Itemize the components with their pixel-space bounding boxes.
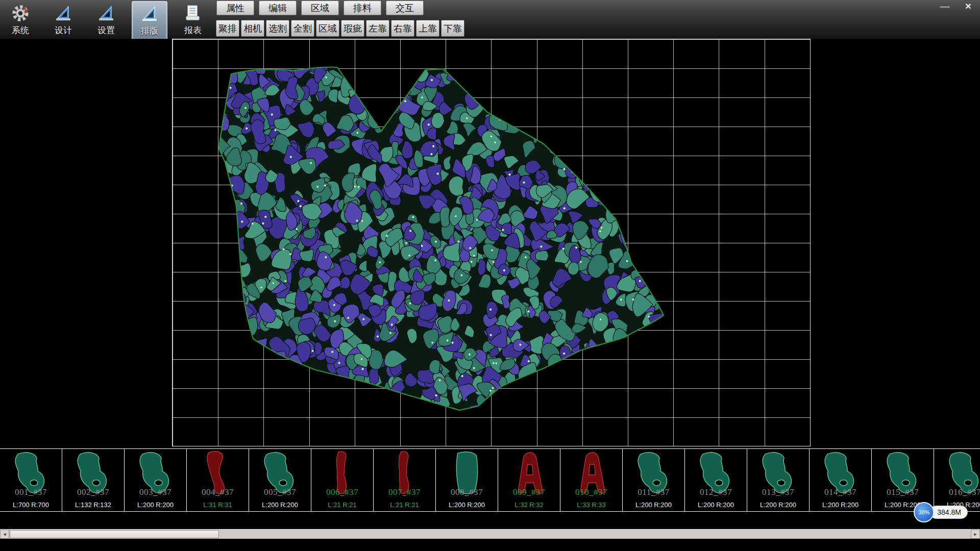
tool-button[interactable]: 相机: [241, 20, 264, 37]
memory-pill: 384.8M: [929, 506, 968, 519]
usage-percent-badge: 38%: [914, 502, 934, 522]
piece-lr-label: L:700 R:700: [0, 501, 62, 509]
menu-tabs: 属性 编辑 区域 排料 交互: [216, 1, 424, 15]
tool-button[interactable]: 上靠: [416, 20, 439, 37]
piece-thumbnail[interactable]: 004_#37 L:31 R:31: [187, 449, 249, 511]
app-label: 设计: [55, 24, 72, 36]
minimize-button[interactable]: —: [937, 0, 952, 12]
piece-thumbnail[interactable]: 006_#37 L:21 R:21: [311, 449, 374, 511]
piece-lr-label: L:200 R:200: [747, 501, 809, 509]
piece-thumbnail[interactable]: 014_#37 L:200 R:200: [810, 449, 872, 511]
piece-name: 008_#37: [436, 487, 498, 497]
nesting-canvas[interactable]: [0, 39, 980, 448]
piece-thumbnail[interactable]: 013_#37 L:200 R:200: [747, 449, 810, 511]
memory-status: 38% 384.8M: [914, 502, 968, 522]
design-icon: [54, 3, 73, 24]
piece-name: 001_#37: [0, 487, 62, 497]
close-button[interactable]: ×: [961, 0, 976, 12]
app-label: 报表: [184, 24, 202, 36]
horizontal-scrollbar[interactable]: ◄ ►: [0, 529, 980, 539]
tool-button[interactable]: 聚排: [216, 20, 239, 37]
app-tab[interactable]: 报表: [176, 1, 210, 39]
tool-button[interactable]: 下靠: [441, 20, 464, 37]
app-tabs: 系统 设计 设置 排版 报表: [3, 1, 210, 40]
piece-thumbnail[interactable]: 005_#37 L:200 R:200: [249, 449, 311, 511]
piece-thumbnail[interactable]: 001_#37 L:700 R:700: [0, 449, 62, 511]
piece-thumbnail[interactable]: 009_#37 L:32 R:32: [498, 449, 560, 511]
ribbon: 系统 设计 设置 排版 报表: [0, 0, 980, 39]
menu-tab[interactable]: 区域: [301, 1, 339, 15]
scroll-right-arrow-icon[interactable]: ►: [971, 530, 980, 539]
piece-lr-label: L:33 R:33: [560, 501, 622, 509]
piece-name: 011_#37: [623, 487, 684, 497]
piece-name: 005_#37: [249, 487, 311, 497]
tool-buttons: 聚排 相机 选割 全割 区域 瑕疵 左靠 右靠 上靠 下靠: [216, 20, 464, 37]
piece-lr-label: L:200 R:200: [125, 501, 186, 509]
piece-lr-label: L:31 R:31: [187, 501, 249, 509]
piece-lr-label: L:200 R:200: [436, 501, 498, 509]
piece-thumbnail[interactable]: 012_#37 L:200 R:200: [685, 449, 747, 511]
piece-name: 004_#37: [187, 487, 249, 497]
menu-tab[interactable]: 编辑: [259, 1, 297, 15]
app-tab[interactable]: 排版: [132, 1, 167, 40]
piece-lr-label: L:200 R:200: [623, 501, 684, 509]
app-label: 设置: [97, 24, 115, 36]
piece-name: 007_#37: [374, 487, 435, 497]
piece-lr-label: L:200 R:200: [249, 501, 311, 509]
app-tab[interactable]: 设置: [89, 1, 124, 39]
app-tab[interactable]: 设计: [46, 1, 81, 39]
tool-button[interactable]: 全割: [291, 20, 314, 37]
piece-name: 013_#37: [747, 487, 809, 497]
tool-button[interactable]: 选割: [266, 20, 289, 37]
menu-tab[interactable]: 排料: [344, 1, 381, 15]
nesting-icon: [140, 3, 159, 24]
piece-name: 015_#37: [872, 487, 934, 497]
scrollbar-thumb[interactable]: [10, 530, 219, 538]
leather-hide[interactable]: [0, 39, 980, 448]
piece-name: 010_#37: [560, 487, 622, 497]
window-controls: — ×: [937, 0, 976, 12]
menu-tab[interactable]: 交互: [386, 1, 424, 15]
piece-name: 014_#37: [810, 487, 871, 497]
piece-thumbnail[interactable]: 011_#37 L:200 R:200: [623, 449, 685, 511]
piece-thumbnail[interactable]: 007_#37 L:21 R:21: [374, 449, 436, 511]
app-tab[interactable]: 系统: [3, 1, 38, 39]
report-icon: [183, 3, 203, 24]
piece-name: 009_#37: [498, 487, 560, 497]
piece-lr-label: L:21 R:21: [374, 501, 435, 509]
piece-name: 006_#37: [311, 487, 373, 497]
app-label: 排版: [141, 25, 158, 37]
piece-name: 003_#37: [125, 487, 186, 497]
usage-percent: 38%: [918, 509, 929, 515]
pieces-strip: 001_#37 L:700 R:700 002_#37 L:132 R:132 …: [0, 448, 980, 512]
piece-thumbnail[interactable]: 008_#37 L:200 R:200: [436, 449, 498, 511]
gear-icon: [11, 3, 30, 24]
tool-button[interactable]: 左靠: [366, 20, 389, 37]
piece-lr-label: L:21 R:21: [311, 501, 373, 509]
tool-button[interactable]: 区域: [316, 20, 339, 37]
tool-button[interactable]: 瑕疵: [341, 20, 364, 37]
piece-lr-label: L:32 R:32: [498, 501, 560, 509]
tool-button[interactable]: 右靠: [391, 20, 414, 37]
app-label: 系统: [12, 24, 29, 36]
piece-lr-label: L:132 R:132: [62, 501, 124, 509]
piece-name: 002_#37: [62, 487, 124, 497]
piece-lr-label: L:200 R:200: [810, 501, 871, 509]
piece-thumbnail[interactable]: 003_#37 L:200 R:200: [125, 449, 187, 511]
scroll-left-arrow-icon[interactable]: ◄: [0, 530, 9, 539]
piece-thumbnail[interactable]: 002_#37 L:132 R:132: [62, 449, 125, 511]
piece-lr-label: L:200 R:200: [685, 501, 747, 509]
settings-icon: [96, 3, 116, 24]
menu-tab[interactable]: 属性: [216, 1, 254, 15]
piece-name: 016_#37: [934, 487, 980, 497]
piece-name: 012_#37: [685, 487, 747, 497]
piece-thumbnail[interactable]: 010_#37 L:33 R:33: [560, 449, 623, 511]
memory-value: 384.8M: [937, 508, 961, 516]
